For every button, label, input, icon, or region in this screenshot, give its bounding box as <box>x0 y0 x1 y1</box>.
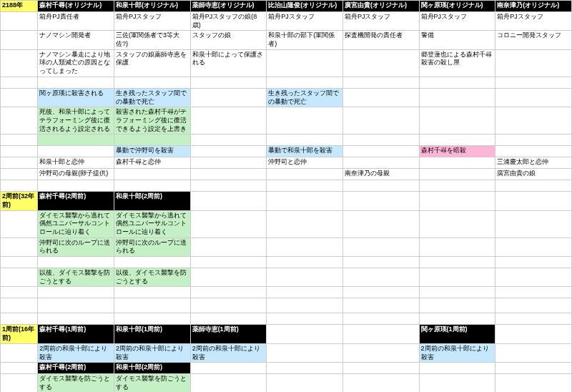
cell: 南奈津乃の母親 <box>342 169 419 180</box>
cell: スタッフの娘 <box>190 31 267 49</box>
cell: 以後、ダイモス襲撃を防ごうとする <box>114 268 190 287</box>
cell: 2周前の和泉十郎により殺害 <box>419 343 495 362</box>
cell: ダイモス襲撃から逃れて偶然ユニバーサルコントロールに辿り着く <box>38 210 114 237</box>
cell: 森村千尋と恋仲 <box>114 157 190 169</box>
cell: 以後、ダイモス襲撃を防ごうとする <box>38 268 114 287</box>
col-h: 森村千尋(1周前) <box>38 325 114 343</box>
col-h: 森村千尋(オリジナル) <box>38 1 114 12</box>
divider <box>1 298 572 313</box>
cell: 生き残ったスタッフ間での暴動で死亡 <box>267 88 343 107</box>
cell: 警備 <box>419 31 495 49</box>
cell: 生き残ったスタッフ間での暴動で死亡 <box>114 88 190 107</box>
timeline-table: 2188年 森村千尋(オリジナル) 和泉十郎(オリジナル) 薬師寺恵(オリジナル… <box>0 0 572 392</box>
col-h: 薬師寺恵(1周前) <box>190 325 267 343</box>
col-h: 薬師寺恵(オリジナル) <box>190 1 267 12</box>
cell: 和泉十郎の部下(軍関係者) <box>267 31 343 49</box>
cell: 殺害された森村千尋がテラフォーミング後に復活できるよう設定を上書き <box>114 107 190 134</box>
sub-h: 和泉十郎(2周前) <box>114 363 190 374</box>
col-h: 比治山隆俊(オリジナル) <box>267 1 343 12</box>
cell: 廣宮由貴の娘 <box>495 169 572 180</box>
cell: 関ヶ原瑛に殺害される <box>38 88 114 107</box>
cell: コロニー開発スタッフ <box>495 31 572 49</box>
col-h: 和泉十郎(1周前) <box>114 325 190 343</box>
sub-h: 森村千尋(2周前) <box>38 363 114 374</box>
cell: 2周前の和泉十郎により殺害 <box>38 343 114 362</box>
cell: 森村千尋を暗殺 <box>419 146 495 157</box>
col-h: 和泉十郎(2周前) <box>114 192 190 210</box>
cell: 郷登蓮也による森村千尋殺害の殺し屋 <box>419 49 495 77</box>
cell: 三佐(軍関係者で3等大佐?) <box>114 31 190 49</box>
col-h: 森村千尋(2周前) <box>38 192 114 210</box>
cell: 沖野司に次のループに送られる <box>38 237 114 256</box>
cell: ナノマシン暴走により地球の人類滅亡の原因となってしまった <box>38 49 114 77</box>
cell: 2周前の和泉十郎により殺害 <box>114 343 190 362</box>
cell: 三浦慶太郎と恋仲 <box>495 157 572 169</box>
cell: スタッフの娘薬師寺恵を保護 <box>114 49 190 77</box>
cell: 沖野司に次のループに送られる <box>114 237 190 256</box>
year-label: 2188年 <box>1 1 38 12</box>
year-label: 2周前(32年前) <box>1 192 38 210</box>
cell: 暴動で沖野司を殺害 <box>114 146 190 157</box>
col-h: 和泉十郎(オリジナル) <box>114 1 190 12</box>
cell: 箱舟PJスタッフの娘(8歳) <box>190 12 267 31</box>
cell: 和泉十郎によって保護される <box>190 49 267 77</box>
cell: 箱舟PJスタッフ <box>342 12 419 31</box>
header-row: 2周前(32年前) 森村千尋(2周前) 和泉十郎(2周前) <box>1 192 572 210</box>
cell: 箱舟PJスタッフ <box>419 12 495 31</box>
cell: ダイモス襲撃から逃れて偶然ユニバーサルコントロールに辿り着く <box>114 210 190 237</box>
cell: 探査機開発の責任者 <box>342 31 419 49</box>
cell: 暴動で和泉十郎を殺害 <box>267 146 343 157</box>
header-row: 2188年 森村千尋(オリジナル) 和泉十郎(オリジナル) 薬師寺恵(オリジナル… <box>1 1 572 12</box>
cell: 箱舟PJ責任者 <box>38 12 114 31</box>
cell: 和泉十郎と恋仲 <box>38 157 114 169</box>
cell: 箱舟PJスタッフ <box>267 12 343 31</box>
col-h: 関ヶ原瑛(1周前) <box>419 325 495 343</box>
year-label: 1周前(16年前) <box>1 325 38 343</box>
cell: 沖野司と恋仲 <box>267 157 343 169</box>
col-h: 廣宮由貴(オリジナル) <box>342 1 419 12</box>
cell: 死後、和泉十郎によってテラフォーミング後に復活されるよう設定される <box>38 107 114 134</box>
col-h: 関ヶ原瑛(オリジナル) <box>419 1 495 12</box>
cell: 箱舟PJスタッフ <box>495 12 572 31</box>
cell: 沖野司の母親(卵子提供) <box>38 169 114 180</box>
cell: ダイモス襲撃を防ごうとする <box>38 374 114 392</box>
cell: 2周前の和泉十郎により殺害 <box>190 343 267 362</box>
cell: 箱舟PJスタッフ <box>114 12 190 31</box>
cell: ダイモス襲撃を防ごうとする <box>114 374 190 392</box>
cell: ナノマシン開発者 <box>38 31 114 49</box>
col-h: 南奈津乃(オリジナル) <box>495 1 572 12</box>
header-row: 1周前(16年前) 森村千尋(1周前) 和泉十郎(1周前) 薬師寺恵(1周前) … <box>1 325 572 343</box>
